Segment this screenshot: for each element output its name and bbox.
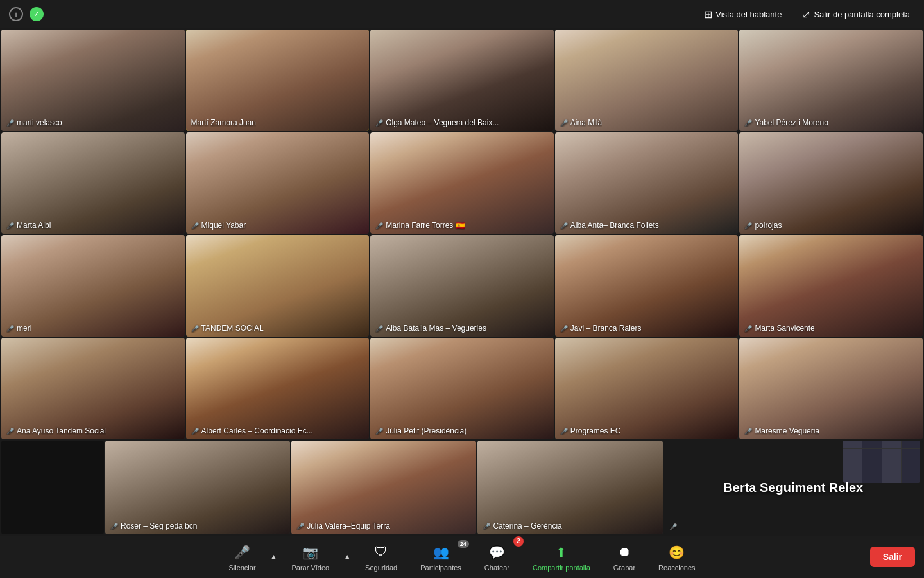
mic-muted-icon-16: 🎤: [6, 428, 14, 435]
thumb-6: [862, 449, 881, 466]
participants-count: 24: [458, 540, 469, 548]
exit-fullscreen-label: Salir de pantalla completa: [814, 10, 910, 19]
mic-muted-icon-11: 🎤: [6, 325, 14, 332]
video-cell-5: 🎤 Yabel Pérez i Moreno: [739, 30, 923, 131]
parar-video-label: Parar Vídeo: [291, 564, 329, 572]
compartir-label: Compartir pantalla: [533, 564, 590, 572]
seguridad-button[interactable]: 🛡 Seguridad: [354, 539, 409, 575]
berta-name-text: Berta Seguiment Relex: [723, 480, 863, 495]
record-icon: ⏺: [615, 543, 634, 562]
mic-muted-icon-berta: 🎤: [669, 523, 677, 530]
share-icon: ⬆: [552, 543, 571, 562]
video-cell-14: 🎤 Javi – Branca Raiers: [555, 235, 739, 337]
video-cell-10: 🎤 polrojas: [739, 132, 923, 234]
mic-muted-icon-5: 🎤: [744, 119, 752, 127]
silenciar-group: 🎤 Silenciar ▲: [217, 539, 280, 575]
participant-name-12: 🎤 TANDEM SOCIAL: [191, 324, 264, 333]
mic-muted-icon-19: 🎤: [560, 428, 568, 435]
participant-name-5: 🎤 Yabel Pérez i Moreno: [744, 118, 828, 127]
video-cell-17: 🎤 Albert Carles – Coordinació Ec...: [186, 338, 370, 439]
video-cell-9: 🎤 Alba Anta– Branca Follets: [555, 132, 739, 234]
video-cell-13: 🎤 Alba Batalla Mas – Vegueries: [370, 235, 554, 337]
mic-muted-icon-9: 🎤: [560, 222, 568, 229]
participant-name-13: 🎤 Alba Batalla Mas – Vegueries: [375, 324, 486, 333]
participant-name-7: 🎤 Miquel Yabar: [191, 221, 246, 230]
info-icon: i: [9, 7, 23, 21]
salir-button[interactable]: Salir: [870, 547, 915, 567]
thumb-8: [902, 449, 920, 466]
mic-muted-icon-17: 🎤: [191, 428, 199, 435]
bottom-participant-name-3: 🎤 Caterina – Gerència: [483, 521, 561, 530]
silenciar-label: Silenciar: [228, 564, 255, 572]
view-speaker-label: Vista del hablante: [715, 10, 782, 19]
participant-name-8: 🎤 Marina Farre Torres 🇪🇸: [375, 221, 465, 230]
video-cell-19: 🎤 Programes EC: [555, 338, 739, 439]
video-cell-20: 🎤 Maresme Vegueria: [739, 338, 923, 439]
participant-name-16: 🎤 Ana Ayuso Tandem Social: [6, 426, 106, 435]
top-bar: i ✓ ⊞ Vista del hablante ⤢ Salir de pant…: [0, 0, 924, 28]
chatear-label: Chatear: [484, 564, 509, 572]
mic-muted-icon-6: 🎤: [6, 222, 14, 229]
mic-icon: 🎤: [233, 543, 252, 562]
participantes-wrapper: 👥 Participantes 24: [409, 539, 473, 575]
chatear-wrapper: 💬 Chatear 2: [473, 539, 521, 575]
grid-row-2: 🎤 Marta Albi 🎤 Miquel Yabar 🎤 Marina Far…: [1, 132, 923, 234]
top-bar-left: i ✓: [9, 7, 44, 21]
exit-fullscreen-button[interactable]: ⤢ Salir de pantalla completa: [797, 6, 915, 23]
view-speaker-button[interactable]: ⊞ Vista del hablante: [699, 6, 787, 23]
video-cell-16: 🎤 Ana Ayuso Tandem Social: [1, 338, 185, 439]
mic-muted-icon-3: 🎤: [375, 119, 383, 127]
participants-icon: 👥: [431, 543, 450, 562]
silenciar-chevron[interactable]: ▲: [268, 552, 280, 561]
security-icon: 🛡: [372, 543, 391, 562]
mic-muted-icon-b1: 🎤: [110, 523, 118, 530]
mic-muted-icon-1: 🎤: [6, 119, 14, 127]
participant-name-11: 🎤 meri: [6, 324, 31, 333]
bottom-participant-name-berta: 🎤: [669, 523, 677, 530]
video-cell-7: 🎤 Miquel Yabar: [186, 132, 370, 234]
participant-name-15: 🎤 Marta Sanvicente: [744, 324, 814, 333]
bottom-video-cell-1: 🎤 Roser – Seg peda bcn: [105, 441, 290, 534]
grid-row-3: 🎤 meri 🎤 TANDEM SOCIAL 🎤 Alba Batalla Ma…: [1, 235, 923, 337]
video-cell-15: 🎤 Marta Sanvicente: [739, 235, 923, 337]
grabar-button[interactable]: ⏺ Grabar: [602, 539, 647, 575]
shield-icon: ✓: [30, 7, 44, 21]
participant-name-9: 🎤 Alba Anta– Branca Follets: [560, 221, 659, 230]
video-cell-11: 🎤 meri: [1, 235, 185, 337]
video-cell-8: 🎤 Marina Farre Torres 🇪🇸: [370, 132, 554, 234]
compartir-button[interactable]: ⬆ Compartir pantalla: [521, 539, 602, 575]
arrows-icon: ⤢: [802, 8, 810, 21]
mic-muted-icon-14: 🎤: [560, 325, 568, 332]
reacciones-button[interactable]: 😊 Reacciones: [647, 539, 706, 575]
thumb-2: [862, 441, 881, 448]
bottom-participant-name-1: 🎤 Roser – Seg peda bcn: [110, 521, 197, 530]
participant-name-10: 🎤 polrojas: [744, 221, 782, 230]
parar-video-group: 📷 Parar Vídeo ▲: [280, 539, 354, 575]
participant-name-14: 🎤 Javi – Branca Raiers: [560, 324, 642, 333]
thumb-12: [902, 466, 920, 483]
seguridad-label: Seguridad: [365, 564, 397, 572]
top-bar-right: ⊞ Vista del hablante ⤢ Salir de pantalla…: [699, 6, 915, 23]
silenciar-button[interactable]: 🎤 Silenciar: [217, 539, 267, 575]
bottom-bar: 🎤 Silenciar ▲ 📷 Parar Vídeo ▲ 🛡 Segurida…: [0, 536, 924, 578]
thumb-1: [843, 441, 862, 448]
thumb-11: [882, 466, 901, 483]
bottom-participant-name-2: 🎤 Júlia Valera–Equip Terra: [296, 521, 390, 530]
thumb-10: [862, 466, 881, 483]
video-chevron[interactable]: ▲: [341, 552, 354, 561]
participant-name-3: 🎤 Olga Mateo – Veguera del Baix...: [375, 118, 499, 127]
bottom-video-cell-3: 🎤 Caterina – Gerència: [477, 441, 662, 534]
participant-name-1: 🎤 marti velasco: [6, 118, 62, 127]
mic-muted-icon-10: 🎤: [744, 222, 752, 229]
grid-row-4: 🎤 Ana Ayuso Tandem Social 🎤 Albert Carle…: [1, 338, 923, 439]
reactions-icon: 😊: [667, 543, 687, 562]
grid-icon: ⊞: [704, 8, 712, 21]
video-cell-18: 🎤 Júlia Petit (Presidència): [370, 338, 554, 439]
reacciones-label: Reacciones: [658, 564, 695, 572]
mic-muted-icon-4: 🎤: [560, 119, 568, 127]
mic-muted-icon-b2: 🎤: [296, 523, 304, 530]
thumbnail-panel: [843, 441, 920, 483]
video-cell-6: 🎤 Marta Albi: [1, 132, 185, 234]
parar-video-button[interactable]: 📷 Parar Vídeo: [280, 539, 341, 575]
thumb-4: [902, 441, 920, 448]
